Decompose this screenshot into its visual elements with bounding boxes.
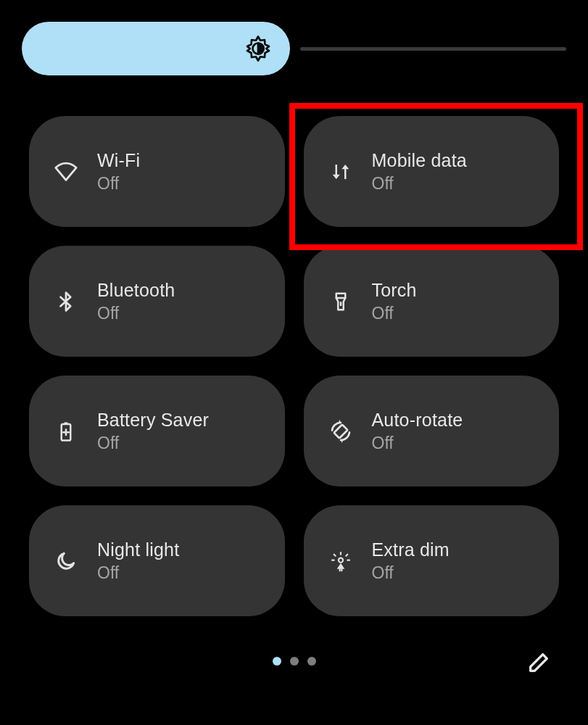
tile-label: Auto-rotate (372, 410, 463, 431)
night-light-icon (51, 550, 81, 573)
brightness-track[interactable] (300, 47, 566, 51)
pager-dot[interactable] (307, 657, 316, 666)
tile-label: Torch (372, 280, 417, 301)
tile-label: Mobile data (372, 150, 467, 171)
tile-status: Off (372, 563, 450, 583)
pager-dot[interactable] (273, 657, 281, 666)
tile-status: Off (97, 174, 140, 194)
pager-dots[interactable] (273, 657, 316, 666)
tile-status: Off (372, 304, 417, 323)
tile-auto-rotate[interactable]: Auto-rotate Off (304, 376, 560, 486)
tile-label: Night light (97, 539, 179, 560)
bluetooth-icon (51, 291, 81, 312)
tile-torch[interactable]: Torch Off (304, 246, 560, 357)
extra-dim-icon (326, 550, 356, 573)
svg-rect-1 (336, 293, 345, 297)
tile-label: Battery Saver (97, 410, 209, 431)
tile-label: Wi-Fi (97, 150, 140, 171)
tile-status: Off (372, 174, 467, 194)
tile-wifi[interactable]: Wi-Fi Off (29, 116, 285, 227)
torch-icon (326, 291, 356, 312)
tile-status: Off (97, 304, 175, 323)
wifi-icon (51, 160, 81, 184)
svg-line-10 (346, 554, 347, 555)
auto-rotate-icon (326, 420, 356, 443)
tile-status: Off (97, 563, 179, 583)
tile-status: Off (97, 434, 209, 453)
svg-line-9 (334, 554, 335, 555)
tile-battery-saver[interactable]: Battery Saver Off (29, 376, 285, 486)
battery-saver-icon (51, 420, 81, 442)
mobile-data-icon (326, 161, 356, 183)
tile-night-light[interactable]: Night light Off (29, 505, 285, 616)
tile-label: Bluetooth (97, 280, 175, 301)
brightness-slider[interactable] (22, 22, 290, 75)
brightness-slider-row (22, 22, 566, 75)
pencil-icon (526, 650, 551, 675)
tile-bluetooth[interactable]: Bluetooth Off (29, 246, 285, 357)
svg-rect-4 (65, 422, 68, 424)
auto-brightness-icon (245, 36, 271, 62)
pager-dot[interactable] (290, 657, 299, 666)
quick-settings-tiles: Wi-Fi Off Mobile data Off (29, 116, 559, 616)
svg-rect-7 (334, 424, 347, 438)
edit-tiles-button[interactable] (521, 645, 556, 680)
tile-label: Extra dim (372, 539, 450, 560)
svg-point-13 (338, 558, 342, 562)
tile-status: Off (372, 434, 463, 453)
tile-extra-dim[interactable]: Extra dim Off (304, 505, 560, 616)
tile-mobile-data[interactable]: Mobile data Off (304, 116, 560, 227)
